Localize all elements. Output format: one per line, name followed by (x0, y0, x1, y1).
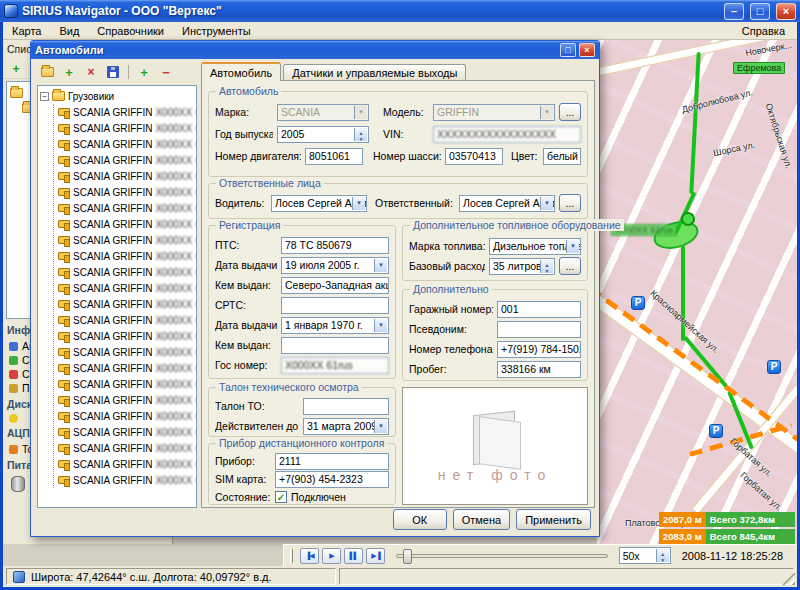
tree-item-vehicle[interactable]: SCANIA GRIFFIN Х000ХХ 61rus (58, 232, 194, 248)
responsible-select[interactable]: Лосев Сергей Анатоль▼ (459, 195, 555, 212)
tree-item-vehicle[interactable]: SCANIA GRIFFIN Х000ХХ 61rus (58, 216, 194, 232)
plate-input[interactable]: Х000ХХ 61rus (281, 357, 389, 374)
tree-item-vehicle[interactable]: SCANIA GRIFFIN Х000ХХ 61rus (58, 408, 194, 424)
tree-item-vehicle[interactable]: SCANIA GRIFFIN Х000ХХ 61rus (58, 328, 194, 344)
phone-number-input[interactable]: +7(919) 784-1502 (497, 341, 581, 358)
brand-select[interactable]: SCANIA▼ (277, 104, 369, 121)
pts-input[interactable]: 78 ТС 850679 (281, 237, 389, 254)
tree-item-vehicle[interactable]: SCANIA GRIFFIN Х000ХХ 61rus (58, 344, 194, 360)
dialog-titlebar[interactable]: Автомобили □ × (31, 41, 599, 59)
play-button[interactable]: ▶ (322, 548, 341, 564)
tree-item-vehicle[interactable]: SCANIA GRIFFIN Х000ХХ 61rus (58, 104, 194, 120)
tree-item-vehicle[interactable]: SCANIA GRIFFIN Х000ХХ 61rus (58, 152, 194, 168)
tree-item-vehicle[interactable]: SCANIA GRIFFIN Х000ХХ 61rus (58, 168, 194, 184)
delete-vehicle-button[interactable]: × (81, 63, 101, 81)
tree-item-vehicle[interactable]: SCANIA GRIFFIN Х000ХХ 61rus (58, 456, 194, 472)
tree-item-vehicle[interactable]: SCANIA GRIFFIN Х000ХХ 61rus (58, 392, 194, 408)
toolbar-grip[interactable] (290, 549, 293, 563)
chevron-down-icon[interactable]: ▼ (540, 106, 553, 119)
skip-to-end-button[interactable]: ▶▐ (366, 548, 385, 564)
speed-select[interactable]: 50x▲▼ (619, 547, 671, 564)
skip-to-start-button[interactable]: ▐◀ (300, 548, 319, 564)
pause-button[interactable]: ▌▌ (344, 548, 363, 564)
vehicle-position-marker[interactable] (681, 212, 695, 226)
chevron-down-icon[interactable]: ▼ (354, 106, 367, 119)
srts-issuer-input[interactable] (281, 337, 389, 354)
chevron-down-icon[interactable]: ▼ (540, 197, 553, 210)
tree-item-vehicle[interactable]: SCANIA GRIFFIN Х000ХХ 61rus (58, 360, 194, 376)
add-vehicle-button[interactable]: + (59, 63, 79, 81)
list-add-icon[interactable]: + (6, 59, 26, 77)
tree-expander-icon[interactable]: − (40, 92, 49, 101)
menu-tools[interactable]: Инструменты (173, 22, 260, 39)
expand-all-button[interactable]: + (134, 63, 154, 81)
spinner-arrows[interactable]: ▲▼ (354, 128, 367, 141)
year-input[interactable]: 2005▲▼ (277, 126, 369, 143)
srts-input[interactable] (281, 297, 389, 314)
driver-select[interactable]: Лосев Сергей Анатоль▼ (271, 195, 367, 212)
tree-item-vehicle[interactable]: SCANIA GRIFFIN Х000ХХ 61rus (58, 264, 194, 280)
parking-icon[interactable]: P (709, 424, 723, 438)
tree-item-vehicle[interactable]: SCANIA GRIFFIN Х000ХХ 61rus (58, 120, 194, 136)
menu-directories[interactable]: Справочники (88, 22, 173, 39)
save-button[interactable] (103, 63, 123, 81)
chevron-down-icon[interactable]: ▼ (566, 240, 579, 253)
minimize-button[interactable]: – (724, 3, 744, 20)
tree-item-vehicle[interactable]: SCANIA GRIFFIN Х000ХХ 61rus (58, 184, 194, 200)
srts-date-input[interactable]: 1 января 1970 г.▼ (281, 317, 389, 334)
tree-item-vehicle[interactable]: SCANIA GRIFFIN Х000ХХ 61rus (58, 312, 194, 328)
chassis-number-input[interactable]: 03570413 (445, 148, 503, 165)
pts-date-input[interactable]: 19 июля 2005 г.▼ (281, 257, 389, 274)
menu-help[interactable]: Справка (730, 22, 797, 39)
chevron-down-icon[interactable]: ▼ (374, 420, 387, 433)
dialog-maximize-button[interactable]: □ (560, 43, 576, 57)
garage-number-input[interactable]: 001 (497, 301, 581, 318)
inspection-card-input[interactable] (303, 398, 389, 415)
main-titlebar[interactable]: SIRIUS Navigator - ООО "Вертекс" – □ × (0, 0, 800, 22)
collapse-all-button[interactable]: − (156, 63, 176, 81)
tree-item-vehicle[interactable]: SCANIA GRIFFIN Х000ХХ 61rus (58, 200, 194, 216)
playback-slider[interactable] (396, 554, 608, 558)
menu-map[interactable]: Карта (3, 22, 50, 39)
tab-vehicle[interactable]: Автомобиль (201, 62, 281, 81)
model-select[interactable]: GRIFFIN▼ (433, 104, 555, 121)
tree-item-vehicle[interactable]: SCANIA GRIFFIN Х000ХХ 61rus (58, 472, 194, 488)
alias-input[interactable] (497, 321, 581, 338)
chevron-down-icon[interactable]: ▼ (374, 319, 387, 332)
tree-item-vehicle[interactable]: SCANIA GRIFFIN Х000ХХ 61rus (58, 248, 194, 264)
dialog-close-button[interactable]: × (579, 43, 595, 57)
model-browse-button[interactable]: ... (559, 103, 581, 121)
maximize-button[interactable]: □ (750, 3, 770, 20)
tree-item-vehicle[interactable]: SCANIA GRIFFIN Х000ХХ 61rus (58, 376, 194, 392)
chevron-down-icon[interactable]: ▼ (374, 259, 387, 272)
tab-sensors-outputs[interactable]: Датчики и управляемые выходы (283, 64, 466, 81)
spinner-arrows[interactable]: ▲▼ (540, 260, 553, 273)
valid-until-input[interactable]: 31 марта 2009 г.▼ (303, 418, 389, 435)
map-view[interactable]: P P P Ефремова Добролюбова ул. Новочерк.… (597, 40, 797, 545)
chevron-down-icon[interactable]: ▼ (352, 197, 365, 210)
fuel-brand-select[interactable]: Дизельное топливо▼ (489, 238, 581, 255)
sim-input[interactable]: +7(903) 454-2323 (275, 471, 389, 488)
engine-number-input[interactable]: 8051061 (305, 148, 363, 165)
tree-root-trucks[interactable]: − Грузовики (40, 88, 194, 104)
ok-button[interactable]: ОК (393, 509, 447, 530)
new-group-button[interactable] (37, 63, 57, 81)
tree-item-vehicle[interactable]: SCANIA GRIFFIN Х000ХХ 61rus (58, 296, 194, 312)
close-button[interactable]: × (776, 3, 796, 20)
slider-thumb[interactable] (403, 549, 412, 564)
menu-view[interactable]: Вид (50, 22, 88, 39)
vehicle-tree[interactable]: − Грузовики SCANIA GRIFFIN Х000ХХ 61rus (37, 85, 197, 508)
cancel-button[interactable]: Отмена (453, 509, 510, 530)
vin-input[interactable]: ХХХХХХХХХХХХХХХХХ (433, 126, 581, 143)
tree-item-vehicle[interactable]: SCANIA GRIFFIN Х000ХХ 61rus (58, 280, 194, 296)
fuel-browse-button[interactable]: ... (559, 257, 581, 275)
pts-issuer-input[interactable]: Северо-Западная акционал т (281, 277, 389, 294)
device-input[interactable]: 2111 (275, 453, 389, 470)
persons-browse-button[interactable]: ... (559, 194, 581, 212)
mileage-input[interactable]: 338166 км (497, 361, 581, 378)
tree-item-vehicle[interactable]: SCANIA GRIFFIN Х000ХХ 61rus (58, 440, 194, 456)
color-input[interactable]: белый (543, 148, 581, 165)
parking-icon[interactable]: P (631, 296, 645, 310)
tree-item-vehicle[interactable]: SCANIA GRIFFIN Х000ХХ 61rus (58, 424, 194, 440)
parking-icon[interactable]: P (767, 360, 781, 374)
